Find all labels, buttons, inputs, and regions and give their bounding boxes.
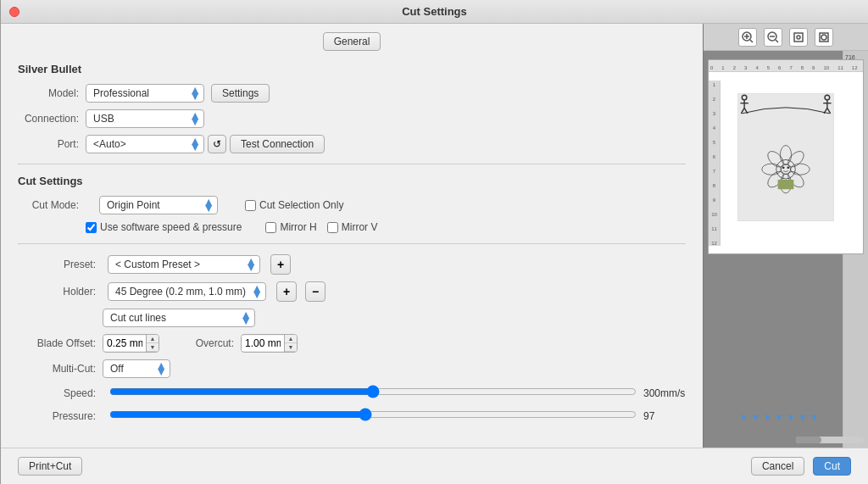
mirror-h-row: Mirror H (265, 221, 316, 233)
arrow-4: ▼ (775, 412, 784, 422)
arrow-2: ▼ (751, 412, 760, 422)
port-row: Port: <Auto> ▲▼ ↺ Test Connection (18, 135, 686, 153)
mirror-h-checkbox[interactable] (265, 222, 276, 233)
model-label: Model: (18, 87, 86, 99)
preset-label: Preset: (18, 259, 103, 270)
cut-mode-select-wrapper: Origin Point ▲▼ (99, 196, 218, 214)
svg-point-61 (787, 166, 789, 169)
cut-mode-select[interactable]: Origin Point (99, 196, 218, 214)
cut-lines-select-wrapper: Cut cut lines ▲▼ (103, 309, 255, 327)
overcut-up[interactable]: ▲ (285, 335, 297, 343)
speed-row: Speed: 300mm/s (18, 385, 686, 401)
print-cut-button[interactable]: Print+Cut (18, 457, 82, 476)
preset-add-button[interactable]: + (270, 254, 291, 275)
arrow-5: ▼ (786, 412, 795, 422)
speed-slider-wrapper (109, 385, 637, 401)
pressure-label: Pressure: (18, 410, 103, 422)
overcut-input[interactable] (242, 336, 284, 351)
connection-label: Connection: (18, 113, 86, 125)
holder-add-button[interactable]: + (276, 281, 297, 302)
svg-rect-39 (738, 93, 834, 220)
refresh-button[interactable]: ↺ (208, 135, 226, 153)
multicut-select[interactable]: Off (103, 359, 170, 378)
dialog-body: General Silver Bullet Model: Professiona… (1, 24, 868, 448)
holder-select[interactable]: 45 Degree (0.2 mm, 1.0 mm) (108, 282, 266, 301)
preview-ruler-h: 0 1 2 3 4 5 6 7 8 9 10 11 12 (709, 60, 863, 72)
cut-selection-only-row: Cut Selection Only (245, 199, 343, 211)
holder-row: Holder: 45 Degree (0.2 mm, 1.0 mm) ▲▼ + … (18, 281, 686, 302)
cut-mode-label: Cut Mode: (18, 199, 86, 211)
overcut-label: Overcut: (173, 337, 241, 349)
port-select[interactable]: <Auto> (86, 135, 204, 153)
cut-button[interactable]: Cut (813, 457, 851, 476)
blade-offset-down[interactable]: ▼ (147, 343, 159, 352)
preview-mat: 0 1 2 3 4 5 6 7 8 9 10 11 12 (708, 59, 864, 254)
blade-offset-label: Blade Offset: (18, 337, 103, 349)
zoom-actual-button[interactable] (815, 28, 833, 47)
blade-offset-input[interactable] (103, 336, 146, 351)
svg-line-34 (776, 40, 778, 42)
cut-selection-only-label: Cut Selection Only (259, 199, 343, 211)
scrollbar-preview[interactable] (796, 437, 864, 443)
arrow-1: ▼ (739, 412, 748, 422)
overcut-down[interactable]: ▼ (285, 343, 297, 352)
use-software-checkbox-row: Use software speed & pressure (86, 221, 242, 233)
scrollbar-thumb[interactable] (796, 437, 821, 443)
blade-offset-up[interactable]: ▲ (147, 335, 159, 343)
pressure-slider-wrapper (109, 408, 637, 424)
mirror-v-checkbox[interactable] (327, 222, 338, 233)
use-software-checkbox[interactable] (86, 222, 97, 233)
svg-point-36 (797, 36, 800, 39)
port-label: Port: (18, 138, 86, 150)
general-tab-bar: General (18, 32, 686, 51)
dialog-titlebar: Cut Settings (1, 0, 868, 24)
dialog-title: Cut Settings (402, 5, 467, 18)
zoom-fit-button[interactable] (789, 28, 808, 47)
holder-label: Holder: (18, 286, 103, 298)
speed-slider[interactable] (109, 385, 637, 398)
cut-selection-only-checkbox[interactable] (245, 200, 256, 211)
settings-button[interactable]: Settings (211, 84, 270, 103)
cut-lines-select[interactable]: Cut cut lines (103, 309, 255, 327)
arrow-3: ▼ (763, 412, 772, 422)
multicut-select-wrapper: Off ▲▼ (103, 359, 170, 378)
model-row: Model: Professional ▲▼ Settings (18, 84, 686, 103)
preview-panel: 716 820 in: in: 0.00 9944 0 1 2 3 4 (703, 24, 868, 448)
mirror-h-label: Mirror H (280, 221, 316, 233)
connection-select[interactable]: USB (86, 109, 204, 128)
pressure-value: 97 (643, 410, 686, 422)
pressure-slider[interactable] (109, 408, 637, 421)
overcut-spinner-btns: ▲ ▼ (284, 335, 297, 352)
cut-mode-row: Cut Mode: Origin Point ▲▼ Cut Selection … (18, 196, 686, 214)
preview-svg (717, 86, 854, 245)
speed-label: Speed: (18, 387, 103, 399)
cut-settings-section-label: Cut Settings (18, 175, 686, 187)
overcut-spinner: ▲ ▼ (241, 334, 298, 353)
preview-toolbar (704, 24, 868, 51)
cut-settings-dialog: Cut Settings General Silver Bullet Model… (0, 0, 868, 484)
preset-select[interactable]: < Custom Preset > (108, 255, 260, 274)
connection-row: Connection: USB ▲▼ (18, 109, 686, 128)
connection-select-wrapper: USB ▲▼ (86, 109, 204, 128)
zoom-in-button[interactable] (738, 28, 757, 47)
general-tab-button[interactable]: General (323, 32, 381, 51)
close-button[interactable] (9, 7, 19, 17)
arrow-7: ▼ (810, 412, 819, 422)
zoom-out-button[interactable] (764, 28, 782, 47)
use-software-label: Use software speed & pressure (100, 221, 242, 233)
holder-minus-button[interactable]: − (305, 281, 326, 302)
preview-canvas: 716 820 in: in: 0.00 9944 0 1 2 3 4 (704, 51, 868, 448)
multicut-label: Multi-Cut: (18, 363, 103, 375)
pressure-row: Pressure: 97 (18, 408, 686, 424)
holder-select-wrapper: 45 Degree (0.2 mm, 1.0 mm) ▲▼ (108, 282, 266, 301)
multicut-row: Multi-Cut: Off ▲▼ (18, 359, 686, 378)
cancel-button[interactable]: Cancel (751, 457, 804, 476)
model-select[interactable]: Professional (86, 84, 204, 103)
blade-offset-spinner-btns: ▲ ▼ (146, 335, 159, 352)
test-connection-button[interactable]: Test Connection (230, 135, 325, 153)
speed-value: 300mm/s (643, 387, 686, 399)
svg-rect-62 (778, 180, 794, 189)
svg-point-60 (782, 166, 785, 169)
svg-line-31 (750, 40, 753, 42)
model-select-wrapper: Professional ▲▼ (86, 84, 204, 103)
